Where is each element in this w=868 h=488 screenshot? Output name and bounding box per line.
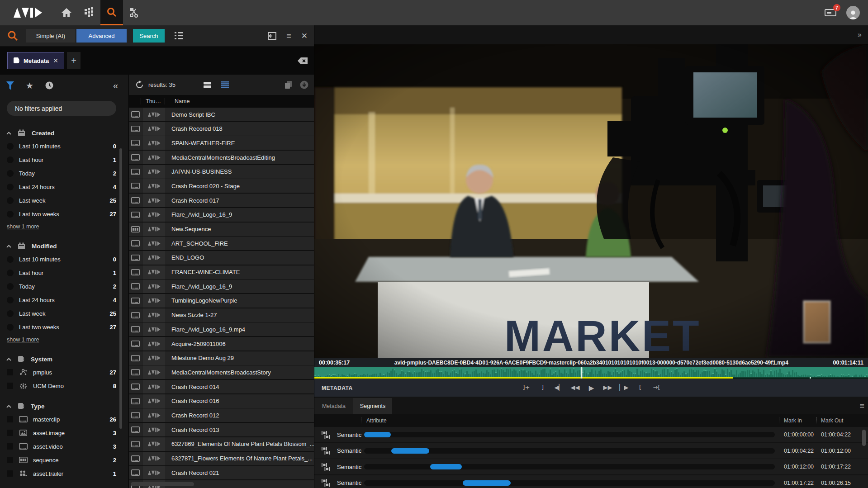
filter-item-asset-image[interactable]: asset.image 3 (0, 426, 128, 440)
segment-row[interactable]: Semantic 01:00:04:22 01:00:12:00 (314, 443, 868, 459)
filter-checkbox[interactable] (7, 211, 14, 218)
process-queue-button[interactable]: 7 (825, 8, 836, 17)
filter-item-pmplus[interactable]: pmplus 27 (0, 365, 128, 379)
nav-home-button[interactable] (55, 0, 78, 25)
filter-checkbox[interactable] (7, 197, 14, 204)
filter-checkbox[interactable] (7, 143, 14, 150)
tab-segments[interactable]: Segments (353, 398, 392, 414)
step-forward-icon[interactable]: ▏▶ (618, 384, 630, 392)
advanced-mode-button[interactable]: Advanced (76, 29, 127, 43)
filter-item-last-hour[interactable]: Last hour 1 (0, 266, 128, 280)
attribute-column-header[interactable]: Attribute (366, 417, 387, 424)
show-more-link[interactable]: show 1 more (0, 334, 128, 346)
filter-checkbox[interactable] (7, 310, 14, 317)
segment-range-bar[interactable] (463, 480, 511, 486)
result-row[interactable]: ART_SCHOOL_FIRE (129, 237, 314, 250)
saved-searches-button[interactable] (175, 32, 183, 39)
favorites-tab-button[interactable]: ★ (26, 81, 33, 91)
result-row[interactable]: Flare_Avid_Logo_16_9.mp4 (129, 322, 314, 336)
filter-section-header[interactable]: Modified (0, 240, 128, 252)
result-row[interactable]: 6327871_Flowers Elements Of Nature Plant… (129, 452, 314, 465)
filter-item-last-hour[interactable]: Last hour 1 (0, 153, 128, 166)
search-button[interactable]: Search (133, 29, 165, 43)
result-row[interactable]: New.Sequence (129, 223, 314, 236)
tab-metadata[interactable]: Metadata (314, 398, 353, 414)
filter-item-today[interactable]: Today 2 (0, 166, 128, 180)
list-view-button[interactable] (221, 81, 229, 88)
result-row[interactable]: Crash Record 016 (129, 394, 314, 408)
playhead[interactable] (581, 367, 582, 379)
rewind-icon[interactable]: ◀◀ (569, 384, 581, 392)
filter-checkbox[interactable] (7, 156, 14, 163)
mark-out-icon[interactable]: ] (536, 384, 549, 392)
result-row[interactable]: JAPAN-US-BUSINESS (129, 165, 314, 179)
nav-edit-button[interactable] (123, 0, 146, 25)
segments-scrollbar[interactable] (862, 430, 866, 446)
result-row[interactable]: Demo Script IBC (129, 108, 314, 121)
filter-checkbox[interactable] (7, 324, 14, 331)
filter-section-header[interactable]: System (0, 353, 128, 365)
query-tab-close-icon[interactable]: ✕ (53, 57, 58, 64)
filter-item-sequence[interactable]: sequence 2 (0, 453, 128, 467)
filters-scrollbar[interactable] (119, 148, 122, 429)
filter-section-header[interactable]: Created (0, 127, 128, 139)
filter-checkbox[interactable] (7, 170, 14, 177)
play-icon[interactable]: ▶ (585, 384, 598, 392)
segment-row[interactable]: Semantic 01:00:00:00 01:00:04:22 (314, 427, 868, 442)
filter-checkbox[interactable] (7, 470, 13, 477)
segment-range-bar[interactable] (391, 448, 429, 454)
result-row[interactable]: SPAIN-WEATHER-FIRE (129, 136, 314, 150)
query-tab-metadata[interactable]: Metadata ✕ (7, 52, 64, 69)
filter-checkbox[interactable] (7, 369, 13, 375)
mark-out-column-header[interactable]: Mark Out (821, 417, 843, 424)
filter-checkbox[interactable] (7, 297, 14, 303)
result-row[interactable]: END_LOGO (129, 251, 314, 265)
result-row[interactable]: News Sizzle 1-27 (129, 308, 314, 322)
nav-search-button[interactable] (100, 0, 123, 25)
filter-item-last-two-weeks[interactable]: Last two weeks 27 (0, 207, 128, 221)
filter-item-last-24-hours[interactable]: Last 24 hours 4 (0, 180, 128, 194)
filter-item-today[interactable]: Today 2 (0, 280, 128, 293)
filter-item-asset-trailer[interactable]: asset.trailer 1 (0, 467, 128, 480)
result-row[interactable]: MediaCentralMomentsBroadcastEditing (129, 151, 314, 164)
filter-checkbox[interactable] (7, 270, 14, 276)
filter-checkbox[interactable] (7, 283, 14, 290)
video-frame[interactable]: MARKET (314, 44, 868, 358)
results-horizontal-scrollbar[interactable] (131, 482, 194, 486)
result-row[interactable]: Milestone Demo Aug 29 (129, 351, 314, 365)
segments-menu-button[interactable]: ≡ (859, 401, 864, 411)
segment-row[interactable]: Semantic 01:00:17:22 01:00:26:15 (314, 475, 868, 488)
thumbnail-column-header[interactable]: Thu… (141, 98, 165, 104)
filter-checkbox[interactable] (7, 443, 13, 450)
result-row[interactable]: Flare_Avid_Logo_16_9 (129, 280, 314, 293)
result-row[interactable]: Flare_Avid_Logo_16_9 (129, 208, 314, 222)
filter-item-last-24-hours[interactable]: Last 24 hours 4 (0, 293, 128, 307)
mark-in-icon[interactable]: [ (634, 384, 646, 392)
step-back-icon[interactable]: ◀▏ (553, 384, 565, 392)
nav-apps-button[interactable] (78, 0, 100, 25)
filter-checkbox[interactable] (7, 430, 13, 436)
result-row[interactable]: Crash Record 021 (129, 466, 314, 479)
filter-item-asset-video[interactable]: asset.video 3 (0, 440, 128, 453)
result-row[interactable]: Crash Record 012 (129, 408, 314, 422)
result-row[interactable]: Crash Record 014 (129, 380, 314, 393)
clear-query-button[interactable] (298, 57, 308, 64)
refresh-results-button[interactable] (135, 81, 144, 89)
add-query-tab-button[interactable]: + (67, 52, 81, 69)
fast-forward-icon[interactable]: ▶▶ (602, 384, 614, 392)
filter-item-last-10-minutes[interactable]: Last 10 minutes 0 (0, 139, 128, 153)
mark-in-column-header[interactable]: Mark In (784, 417, 802, 424)
segment-range-bar[interactable] (364, 432, 391, 437)
result-row[interactable]: MediaCentralMomentsBroadcastStory (129, 365, 314, 379)
history-tab-button[interactable] (45, 81, 53, 90)
download-button[interactable] (300, 81, 308, 89)
filter-item-last-10-minutes[interactable]: Last 10 minutes 0 (0, 252, 128, 266)
dock-panel-button[interactable] (268, 32, 276, 40)
media-timeline[interactable] (314, 367, 868, 379)
filter-item-ucm-demo[interactable]: UCM Demo 8 (0, 379, 128, 393)
card-view-button[interactable] (204, 81, 211, 88)
close-panel-button[interactable]: ✕ (301, 31, 308, 41)
goto-mark-out-icon[interactable]: ]+ (520, 384, 532, 392)
filter-checkbox[interactable] (7, 416, 13, 422)
filter-checkbox[interactable] (7, 256, 14, 263)
